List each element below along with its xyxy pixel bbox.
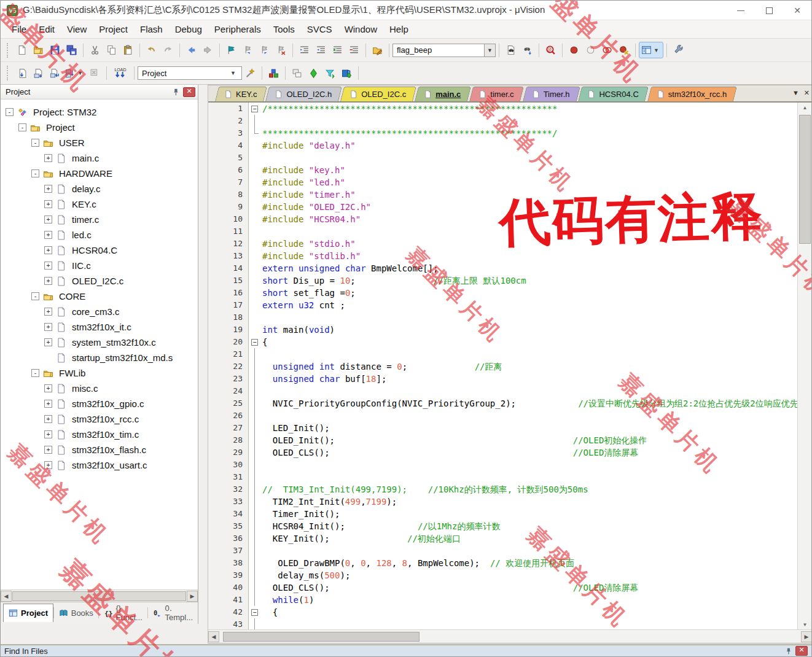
cut-button[interactable] (87, 42, 103, 58)
tree-item-delay-c[interactable]: +delay.c (1, 181, 198, 196)
indent-button[interactable] (313, 42, 329, 58)
tab-key-c[interactable]: KEY.c (217, 87, 265, 101)
rebuild-button[interactable] (47, 65, 63, 82)
project-tree-hscrollbar[interactable]: ◀ ▶ (1, 589, 198, 602)
tree-item-key-c[interactable]: +KEY.c (1, 196, 198, 212)
search-box[interactable]: flag_beep (392, 44, 485, 57)
redo-button[interactable] (160, 42, 176, 58)
search-dropdown-button[interactable]: ▼ (485, 44, 496, 57)
expand-icon[interactable]: + (44, 461, 52, 469)
pin-button[interactable] (782, 645, 794, 656)
tree-item-stm32f10x-usart-c[interactable]: +stm32f10x_usart.c (1, 457, 198, 473)
undo-button[interactable] (143, 42, 160, 58)
bp-disable-all-button[interactable] (599, 42, 615, 58)
tree-item-stm32f10x-tim-c[interactable]: +stm32f10x_tim.c (1, 427, 198, 442)
expand-icon[interactable]: + (44, 246, 52, 254)
fold-collapse-icon[interactable]: − (251, 339, 258, 346)
save-button[interactable] (47, 42, 63, 58)
wrench-button[interactable] (670, 42, 687, 58)
expand-icon[interactable]: + (44, 308, 52, 316)
window-layout-button[interactable]: ▼ (639, 42, 663, 58)
tree-item-led-c[interactable]: +led.c (1, 227, 198, 243)
bp-insert-button[interactable] (566, 42, 582, 58)
bookmark-button[interactable] (223, 42, 240, 58)
incremental-find-button[interactable] (519, 42, 536, 58)
outdent-button[interactable] (296, 42, 313, 58)
tab-list-icon[interactable]: ▼ (792, 89, 799, 97)
bottom-tab-functions-view[interactable]: {}{} Funct... (99, 604, 147, 622)
uncomment-button[interactable] (346, 42, 362, 58)
tree-item-startup-stm32f10x-md-s[interactable]: startup_stm32f10x_md.s (1, 350, 198, 365)
close-panel-button[interactable]: ✕ (183, 87, 195, 98)
manage-rte-button[interactable] (265, 65, 282, 82)
close-tab-icon[interactable]: ✕ (804, 89, 810, 97)
editor-vscrollbar[interactable]: ▲ ▼ (797, 103, 812, 629)
collapse-icon[interactable]: - (31, 369, 39, 377)
close-button[interactable]: ✕ (783, 1, 811, 20)
collapse-icon[interactable]: - (31, 139, 39, 147)
editor-hscrollbar[interactable]: ◀ ▶ (208, 629, 812, 643)
menu-flash[interactable]: Flash (134, 21, 169, 37)
paste-button[interactable] (120, 42, 136, 58)
tree-item-fwlib[interactable]: -FWLib (1, 365, 198, 381)
bookmark-prev-button[interactable] (240, 42, 256, 58)
fold-collapse-icon[interactable]: − (251, 106, 258, 112)
close-panel-button[interactable]: ✕ (795, 645, 808, 656)
expand-icon[interactable]: + (44, 323, 52, 331)
menu-file[interactable]: File (6, 21, 33, 37)
expand-icon[interactable]: + (44, 262, 52, 270)
save-all-button[interactable] (63, 42, 80, 58)
expand-icon[interactable]: + (44, 415, 52, 423)
pin-button[interactable] (170, 87, 182, 98)
filter-button[interactable] (322, 65, 338, 82)
expand-icon[interactable]: + (44, 446, 52, 454)
fold-collapse-icon[interactable]: − (251, 609, 258, 616)
tab-oled-i2c-c[interactable]: OLED_I2C.c (342, 87, 415, 101)
lookup-button[interactable]: @ (542, 42, 559, 58)
bp-kill-all-button[interactable] (615, 42, 632, 58)
bp-disable-button[interactable] (582, 42, 599, 58)
new-file-button[interactable] (14, 42, 30, 58)
tree-item-iic-c[interactable]: +IIC.c (1, 258, 198, 273)
expand-icon[interactable]: + (44, 231, 52, 239)
expand-icon[interactable]: + (44, 200, 52, 208)
target-select[interactable]: Project▼ (138, 66, 242, 80)
fold-column[interactable]: − (249, 103, 262, 115)
tab-main-c[interactable]: main.c (416, 87, 469, 101)
open-folder-button[interactable] (30, 42, 47, 58)
tree-item-stm32f10x-rcc-c[interactable]: +stm32f10x_rcc.c (1, 411, 198, 427)
tree-item-stm32f10x-gpio-c[interactable]: +stm32f10x_gpio.c (1, 396, 198, 411)
bottom-tab-project-view[interactable]: Project (3, 604, 53, 622)
tree-item-user[interactable]: -USER (1, 135, 198, 150)
tree-item-system-stm32f10x-c[interactable]: +system_stm32f10x.c (1, 335, 198, 350)
tree-item-hardware[interactable]: -HARDWARE (1, 166, 198, 181)
tree-item-timer-c[interactable]: +timer.c (1, 212, 198, 227)
minimize-button[interactable] (727, 1, 755, 20)
menu-project[interactable]: Project (93, 21, 134, 37)
fold-column[interactable]: − (249, 606, 262, 618)
expand-icon[interactable]: + (44, 154, 52, 162)
menu-edit[interactable]: Edit (33, 21, 61, 37)
expand-icon[interactable]: + (44, 185, 52, 193)
scroll-thumb[interactable] (223, 632, 420, 642)
bookmark-clear-button[interactable] (273, 42, 289, 58)
copy-button[interactable] (103, 42, 120, 58)
scroll-left-arrow[interactable]: ◀ (208, 631, 219, 642)
load-button[interactable]: LOAD (110, 65, 131, 82)
expand-icon[interactable]: + (44, 400, 52, 408)
find-in-files-button[interactable] (502, 42, 519, 58)
translate-button[interactable] (14, 65, 30, 82)
menu-svcs[interactable]: SVCS (301, 21, 338, 37)
tree-item-project-stm32[interactable]: -Project: STM32 (1, 104, 198, 120)
collapse-icon[interactable]: - (31, 292, 39, 300)
menu-peripherals[interactable]: Peripherals (208, 21, 267, 37)
scroll-down-arrow[interactable]: ▼ (798, 620, 812, 629)
collapse-icon[interactable]: - (18, 123, 26, 131)
fold-column[interactable]: − (249, 336, 262, 348)
tab-timer-h[interactable]: Timer.h (525, 87, 579, 101)
nav-forward-button[interactable] (200, 42, 216, 58)
tab-hcsr04-c[interactable]: HCSR04.C (580, 87, 647, 101)
bottom-tab-templates-view[interactable]: 00․ Templ... (148, 604, 198, 622)
bookmark-next-button[interactable] (256, 42, 273, 58)
scroll-up-arrow[interactable]: ▲ (798, 103, 812, 112)
